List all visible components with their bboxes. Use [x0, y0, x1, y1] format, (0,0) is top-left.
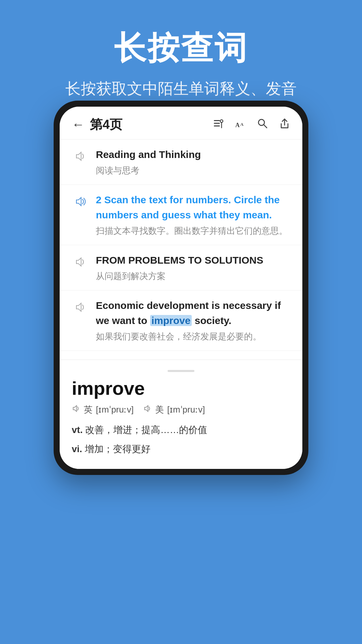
phonetic-us: 美 [ɪmˈpruːv]: [143, 404, 205, 416]
phone-inner: ← 第4页: [60, 107, 302, 469]
sound-button-3[interactable]: [72, 253, 89, 271]
settings-list-icon[interactable]: [213, 118, 224, 132]
list-item: Economic development is necessary if we …: [60, 290, 302, 351]
item-2-cn: 扫描文本寻找数字。圈出数字并猜出它们的意思。: [96, 224, 290, 237]
list-item: 2 Scan the text for numbers. Circle the …: [60, 185, 302, 245]
phonetic-us-symbol: [ɪmˈpruːv]: [167, 405, 205, 415]
font-size-icon[interactable]: A A: [235, 118, 246, 132]
phonetic-en-region: 英: [84, 404, 93, 416]
svg-rect-0: [214, 120, 220, 121]
page-number: 第4页: [90, 116, 213, 133]
dict-def-2: vi. 增加；变得更好: [72, 441, 290, 458]
dict-word: improve: [72, 377, 290, 399]
header-icons: A A: [213, 118, 290, 132]
back-button[interactable]: ←: [72, 117, 84, 132]
sound-button-4[interactable]: [72, 299, 89, 316]
list-item: FROM PROBLEMS TO SOLUTIONS 从问题到解决方案: [60, 245, 302, 290]
top-section: 长按查词 长按获取文中陌生单词释义、发音: [0, 0, 362, 116]
item-3-en: FROM PROBLEMS TO SOLUTIONS: [96, 253, 290, 268]
item-4-en: Economic development is necessary if we …: [96, 298, 290, 328]
highlighted-word[interactable]: improve: [150, 315, 192, 326]
svg-rect-2: [214, 125, 220, 126]
sound-button-2[interactable]: [72, 193, 89, 210]
item-1-cn: 阅读与思考: [96, 164, 290, 177]
item-4-cn: 如果我们要改善社会，经济发展是必要的。: [96, 330, 290, 343]
item-3-content: FROM PROBLEMS TO SOLUTIONS 从问题到解决方案: [96, 253, 290, 283]
dict-definitions: vt. 改善，增进；提高……的价值 vi. 增加；变得更好: [72, 422, 290, 458]
phone-header: ← 第4页: [60, 107, 302, 140]
sub-title: 长按获取文中陌生单词释义、发音: [0, 78, 362, 99]
svg-text:A: A: [240, 122, 244, 127]
main-title: 长按查词: [0, 27, 362, 70]
speaker-icon-us[interactable]: [143, 404, 152, 415]
dict-def-1: vt. 改善，增进；提高……的价值: [72, 422, 290, 438]
item-1-en: Reading and Thinking: [96, 147, 290, 162]
sound-button-1[interactable]: [72, 148, 89, 165]
svg-rect-1: [214, 123, 220, 124]
dict-phonetics: 英 [ɪmˈpruːv] 美 [ɪmˈpruːv]: [72, 404, 290, 416]
phonetic-en-symbol: [ɪmˈpruːv]: [96, 405, 134, 415]
item-2-content: 2 Scan the text for numbers. Circle the …: [96, 192, 290, 237]
speaker-icon-en[interactable]: [72, 404, 80, 415]
share-icon[interactable]: [279, 118, 290, 132]
item-1-content: Reading and Thinking 阅读与思考: [96, 147, 290, 177]
item-3-cn: 从问题到解决方案: [96, 270, 290, 283]
item-4-content: Economic development is necessary if we …: [96, 298, 290, 343]
list-item: Reading and Thinking 阅读与思考: [60, 140, 302, 185]
item-2-en: 2 Scan the text for numbers. Circle the …: [96, 192, 290, 222]
svg-line-8: [264, 125, 267, 128]
svg-text:A: A: [235, 122, 240, 128]
phone-frame: ← 第4页: [54, 101, 308, 475]
search-icon[interactable]: [257, 118, 268, 132]
dictionary-popup: improve 英 [ɪmˈpruːv]: [60, 360, 302, 469]
phone-mockup: ← 第4页: [54, 101, 308, 475]
scroll-handle: [168, 370, 194, 372]
phonetic-en: 英 [ɪmˈpruːv]: [72, 404, 134, 416]
phonetic-us-region: 美: [155, 404, 164, 416]
